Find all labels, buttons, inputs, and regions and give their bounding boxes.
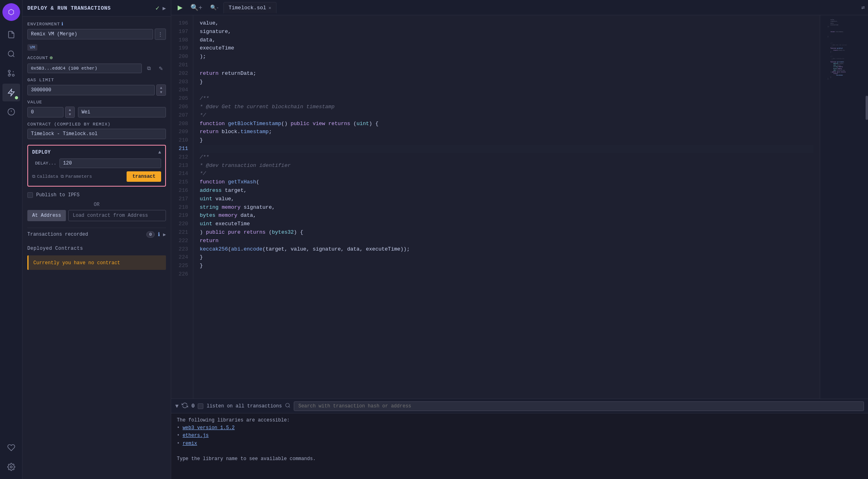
delay-row: DELAY... [32, 158, 161, 168]
svg-point-9 [10, 466, 12, 468]
terminal-tx-count: 0 [191, 403, 194, 409]
svg-point-10 [286, 403, 289, 407]
or-divider: OR [27, 202, 166, 208]
editor-expand-icon[interactable]: ⇄ [862, 4, 865, 11]
transact-btn[interactable]: transact [127, 171, 161, 182]
code-line: */ [200, 111, 813, 120]
code-content[interactable]: value, signature, data, executeTime ); r… [193, 15, 820, 399]
terminal-line: • web3 version 1.5.2 [177, 424, 862, 432]
calldata-btn[interactable]: ⧉ Calldata [32, 174, 58, 179]
sidebar-item-deploy[interactable] [2, 84, 20, 101]
sidebar-item-search[interactable] [2, 45, 20, 63]
value-unit-select[interactable]: Wei Gwei Ether [78, 107, 166, 117]
code-line: return [200, 237, 813, 245]
value-spinner[interactable]: ▲ ▼ [65, 107, 75, 118]
line-numbers: 196 197 198 199 200 201 202 203 204 205 … [171, 15, 193, 399]
deploy-active-badge [14, 96, 18, 100]
terminal-search-input[interactable] [294, 401, 864, 411]
code-line: } [200, 78, 813, 86]
address-row: At Address Load contract from Address [27, 210, 166, 221]
expand-arrow-icon[interactable]: ▶ [163, 5, 166, 12]
account-select[interactable]: 0x5B3...eddC4 (100 ether) [27, 64, 142, 73]
svg-marker-5 [8, 89, 14, 96]
account-plus-icon[interactable]: ⊕ [50, 55, 53, 61]
value-input[interactable] [27, 107, 63, 117]
sidebar-item-plugin[interactable] [2, 439, 20, 456]
code-line: ); [200, 53, 813, 61]
gas-limit-spinner[interactable]: ▲ ▼ [156, 84, 166, 96]
publish-label: Publish to IPFS [36, 192, 80, 198]
code-line: } [200, 262, 813, 270]
ethers-link[interactable]: ethers.js [182, 433, 209, 438]
sidebar-item-git[interactable] [2, 64, 20, 82]
code-line: /** [200, 153, 813, 162]
tx-recorded-row[interactable]: Transactions recorded 0 ℹ ▶ [27, 228, 166, 241]
file-tab[interactable]: Timelock.sol ✕ [223, 2, 276, 13]
web3-link[interactable]: web3 version 1.5.2 [182, 425, 235, 431]
svg-point-2 [12, 74, 14, 76]
listen-checkbox[interactable] [198, 403, 203, 409]
code-line: function getTxHash( [200, 178, 813, 187]
tx-expand-icon[interactable]: ▶ [163, 232, 166, 238]
deploy-collapse-btn[interactable]: ▲ [158, 150, 161, 155]
deploy-title: DEPLOY [32, 150, 51, 155]
code-line: value, [200, 19, 813, 28]
minimap-scroll-indicator[interactable] [866, 96, 868, 120]
at-address-btn[interactable]: At Address [27, 210, 66, 221]
tab-filename: Timelock.sol [229, 5, 266, 11]
code-line: executeTime [200, 44, 813, 53]
code-line [200, 61, 813, 70]
code-line: string memory signature, [200, 204, 813, 212]
app-logo: ⬡ [2, 3, 20, 21]
contract-select-wrap: Timelock - Timelock.sol [27, 129, 166, 139]
contract-label: CONTRACT (Compiled by Remix) [27, 122, 166, 127]
terminal-collapse-icon[interactable]: ▼ [175, 403, 178, 409]
sidebar-item-settings[interactable] [2, 458, 20, 476]
delay-label: DELAY... [32, 161, 56, 166]
params-btn[interactable]: ⧉ Parameters [61, 174, 92, 179]
code-line: data, [200, 36, 813, 45]
svg-line-11 [289, 406, 290, 407]
side-panel-header: DEPLOY & RUN TRANSACTIONS ✓ ▶ [23, 0, 171, 16]
zoom-out-btn[interactable]: 🔍- [207, 3, 221, 12]
listen-label: listen on all transactions [207, 403, 282, 409]
code-line [200, 270, 813, 279]
value-wrap: ▲ ▼ Wei Gwei Ether [27, 107, 166, 118]
gas-limit-input[interactable] [27, 85, 155, 95]
minimap: value, signature, data, executeTime ); r… [820, 15, 868, 399]
env-select[interactable]: Remix VM (Merge) [27, 29, 153, 39]
terminal-line: Type the library name to see available c… [177, 455, 862, 463]
code-line [200, 145, 813, 153]
terminal-clear-icon[interactable] [182, 402, 188, 410]
code-line [200, 86, 813, 95]
check-icon: ✓ [156, 4, 160, 12]
sidebar-item-files[interactable] [2, 26, 20, 43]
terminal-toolbar: ▼ 0 listen on all transactions [171, 399, 868, 413]
tab-close-icon[interactable]: ✕ [268, 5, 271, 10]
svg-point-0 [8, 51, 13, 56]
code-line: bytes memory data, [200, 212, 813, 220]
tx-info-icon[interactable]: ℹ [158, 231, 160, 238]
publish-checkbox[interactable] [27, 192, 33, 198]
code-line: return block.timestamp; [200, 128, 813, 136]
env-more-btn[interactable]: ⋮ [155, 29, 166, 40]
code-line: * @dev Get the current blockchain timest… [200, 103, 813, 111]
delay-input[interactable] [59, 158, 161, 168]
code-line: keccak256(abi.encode(target, value, sign… [200, 245, 813, 254]
editor-tabs: ▶ 🔍+ 🔍- Timelock.sol ✕ ⇄ [171, 0, 868, 15]
run-btn[interactable]: ▶ [174, 2, 186, 13]
zoom-in-btn[interactable]: 🔍+ [187, 2, 205, 13]
contract-select[interactable]: Timelock - Timelock.sol [27, 129, 166, 139]
editor-area: ▶ 🔍+ 🔍- Timelock.sol ✕ ⇄ 196 197 198 199… [171, 0, 868, 479]
deploy-actions: ⧉ Calldata ⧉ Parameters transact [32, 171, 161, 182]
tx-count-badge: 0 [146, 231, 155, 238]
calldata-icon: ⧉ [32, 174, 35, 179]
deploy-section: DEPLOY ▲ DELAY... ⧉ Calldata ⧉ Parameter… [27, 145, 166, 187]
publish-row: Publish to IPFS [27, 192, 166, 198]
sidebar-item-debug[interactable] [2, 103, 20, 121]
account-edit-btn[interactable]: ✎ [156, 63, 166, 74]
account-copy-btn[interactable]: ⧉ [143, 63, 154, 74]
load-contract-btn[interactable]: Load contract from Address [68, 210, 166, 221]
gas-limit-wrap: ▲ ▼ [27, 84, 166, 96]
remix-link[interactable]: remix [182, 441, 197, 446]
